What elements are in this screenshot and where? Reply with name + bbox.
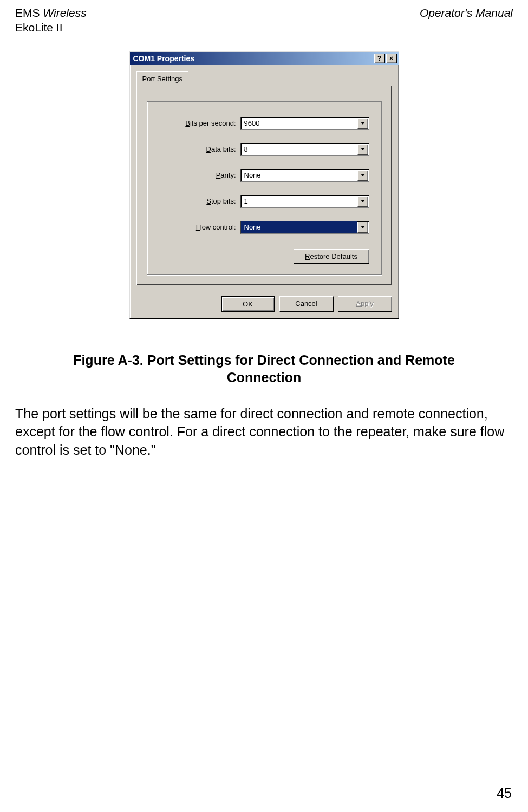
tab-port-settings[interactable]: Port Settings <box>136 71 188 86</box>
close-button[interactable]: × <box>386 54 397 63</box>
label-bits-per-second: Bits per second: <box>159 119 240 127</box>
restore-row: Restore Defaults <box>159 249 369 264</box>
dialog-container: COM1 Properties ? × Port Settings Bits p… <box>15 51 513 319</box>
header-left-line2: EkoLite II <box>15 20 87 35</box>
tab-strip: Port Settings <box>136 71 392 86</box>
svg-marker-1 <box>361 148 365 150</box>
header-left: EMS Wireless EkoLite II <box>15 5 87 35</box>
combo-value: None <box>241 169 357 181</box>
svg-marker-3 <box>361 200 365 202</box>
page-header: EMS Wireless EkoLite II Operator's Manua… <box>15 5 513 35</box>
dialog-button-row: OK Cancel Apply <box>130 291 399 318</box>
chevron-down-icon <box>357 170 368 181</box>
row-flow-control: Flow control: None <box>159 221 369 234</box>
combo-value: 1 <box>241 195 357 207</box>
com1-properties-dialog: COM1 Properties ? × Port Settings Bits p… <box>129 51 399 319</box>
chevron-down-icon <box>357 196 368 207</box>
chevron-down-icon <box>357 222 368 233</box>
chevron-down-icon <box>357 118 368 129</box>
help-icon: ? <box>377 55 381 62</box>
combo-parity[interactable]: None <box>240 169 369 182</box>
titlebar: COM1 Properties ? × <box>130 52 399 65</box>
combo-value: None <box>241 221 357 233</box>
header-right: Operator's Manual <box>420 5 513 35</box>
tab-panel: Bits per second: 9600 Data bits: 8 <box>136 86 392 285</box>
combo-value: 9600 <box>241 117 357 129</box>
cancel-button[interactable]: Cancel <box>279 296 334 312</box>
combo-value: 8 <box>241 143 357 155</box>
chevron-down-icon <box>357 144 368 155</box>
label-stop-bits: Stop bits: <box>159 197 240 205</box>
ok-button[interactable]: OK <box>221 296 275 312</box>
label-parity: Parity: <box>159 171 240 179</box>
svg-marker-2 <box>361 174 365 176</box>
label-data-bits: Data bits: <box>159 145 240 153</box>
combo-bits-per-second[interactable]: 9600 <box>240 117 369 130</box>
row-stop-bits: Stop bits: 1 <box>159 195 369 208</box>
label-flow-control: Flow control: <box>159 223 240 231</box>
close-icon: × <box>389 55 393 62</box>
row-data-bits: Data bits: 8 <box>159 143 369 156</box>
header-left-line1: EMS Wireless <box>15 5 87 20</box>
dialog-body: Port Settings Bits per second: 9600 Data… <box>130 65 399 291</box>
restore-defaults-button[interactable]: Restore Defaults <box>294 249 369 264</box>
settings-groupbox: Bits per second: 9600 Data bits: 8 <box>147 101 382 275</box>
body-paragraph: The port settings will be the same for d… <box>15 405 513 460</box>
row-bits-per-second: Bits per second: 9600 <box>159 117 369 130</box>
svg-marker-0 <box>361 122 365 125</box>
figure-caption: Figure A-3. Port Settings for Direct Con… <box>37 351 491 387</box>
help-button[interactable]: ? <box>374 54 385 63</box>
titlebar-buttons: ? × <box>374 54 397 63</box>
row-parity: Parity: None <box>159 169 369 182</box>
svg-marker-4 <box>361 226 365 228</box>
dialog-title: COM1 Properties <box>133 54 195 63</box>
combo-stop-bits[interactable]: 1 <box>240 195 369 208</box>
apply-button: Apply <box>338 296 392 312</box>
combo-flow-control[interactable]: None <box>240 221 369 234</box>
combo-data-bits[interactable]: 8 <box>240 143 369 156</box>
page-number: 45 <box>497 785 512 801</box>
